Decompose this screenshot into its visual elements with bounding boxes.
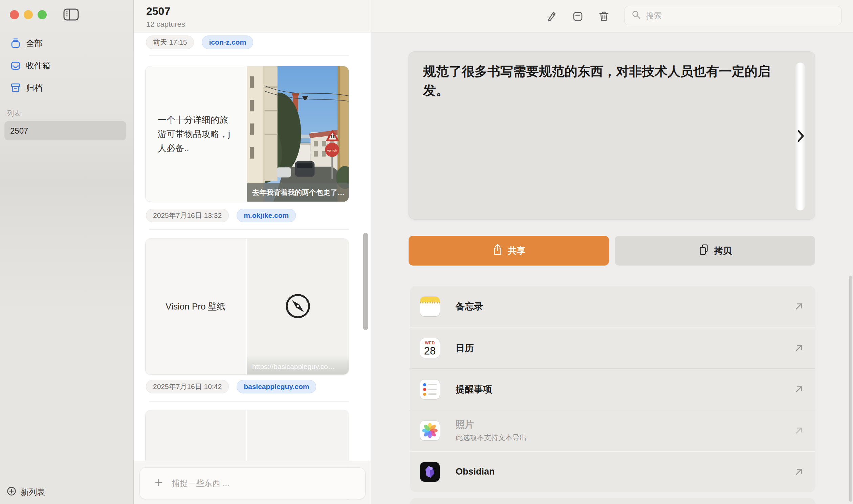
export-label: 备忘录 <box>456 300 483 312</box>
new-list-button[interactable]: 新列表 <box>7 486 45 498</box>
capture-bar <box>134 461 371 504</box>
sidebar-item-archive[interactable]: 归档 <box>0 77 133 99</box>
export-label: 日历 <box>456 342 474 354</box>
share-icon <box>492 244 503 258</box>
sidebar-nav: 全部 收件箱 归档 <box>0 32 133 99</box>
open-arrow-icon <box>794 301 804 311</box>
archive-icon <box>10 83 21 93</box>
share-button[interactable]: 共享 <box>408 236 609 266</box>
obsidian-app-icon <box>420 462 440 482</box>
sidebar-list-2507[interactable]: 2507 <box>4 121 126 140</box>
chevron-right-icon[interactable] <box>797 129 805 143</box>
lists-section-label: 列表 <box>7 109 21 118</box>
plus-icon <box>154 478 163 489</box>
window-scrollbar[interactable] <box>849 276 852 502</box>
list-divider <box>149 55 349 56</box>
capture-input[interactable] <box>172 479 348 488</box>
list-scrollbar[interactable] <box>363 233 368 330</box>
capture-card-travel[interactable]: 一个十分详细的旅游可带物品攻略，j人必备.. <box>145 66 349 202</box>
copy-icon <box>698 244 709 258</box>
note-preview-panel: 规范了很多书写需要规范的东西，对非技术人员也有一定的启发。 <box>408 51 815 219</box>
trash-icon[interactable] <box>596 9 611 24</box>
list-title: 2507 <box>146 5 371 18</box>
capture-photo-caption: 去年我背着我的两个包走了… <box>247 183 349 202</box>
action-buttons: 共享 拷贝 <box>408 236 815 266</box>
sidebar: 全部 收件箱 归档 <box>0 0 134 504</box>
svg-text:yemek: yemek <box>327 148 337 152</box>
export-row-reminders[interactable]: 提醒事项 <box>410 368 815 410</box>
minimize-window-button[interactable] <box>24 10 33 19</box>
detail-toolbar <box>371 0 853 33</box>
sidebar-item-label: 归档 <box>26 83 42 93</box>
list-divider <box>149 229 349 230</box>
open-arrow-icon <box>794 384 804 394</box>
capture-title-half: Vision Pro 壁纸 <box>145 239 247 375</box>
list-divider <box>149 401 349 401</box>
copy-button[interactable]: 拷贝 <box>615 236 815 266</box>
export-label-block: 照片 此选项不支持文本导出 <box>456 418 527 443</box>
list-header: 2507 12 captures <box>134 0 371 33</box>
sidebar-item-all[interactable]: 全部 <box>0 32 133 54</box>
capture-snippet: 一个十分详细的旅游可带物品攻略，j人必备.. <box>158 113 233 155</box>
export-row-notes[interactable]: 备忘录 <box>410 286 815 327</box>
new-list-label: 新列表 <box>21 487 45 498</box>
capture-meta-row: 2025年7月16日 10:42 basicappleguy.com <box>146 380 371 393</box>
export-row-calendar[interactable]: WED 28 日历 <box>410 327 815 368</box>
all-items-icon <box>10 38 21 49</box>
notes-app-icon <box>420 296 440 316</box>
capture-time-badge: 2025年7月16日 13:32 <box>146 209 229 222</box>
capture-domain-badge[interactable]: m.okjike.com <box>237 209 296 222</box>
safari-compass-icon <box>283 292 312 322</box>
capture-list-column: 2507 12 captures 前天 17:15 icon-z.com 一个十… <box>134 0 371 504</box>
capture-time-badge: 前天 17:15 <box>146 36 194 49</box>
capture-meta-row: 前天 17:15 icon-z.com <box>146 36 371 49</box>
app-window: 全部 收件箱 归档 <box>0 0 853 504</box>
capture-link-half: https://basicappleguy.co… <box>247 239 349 375</box>
capture-text-half: 一个十分详细的旅游可带物品攻略，j人必备.. <box>145 66 247 202</box>
capture-domain-badge[interactable]: icon-z.com <box>202 36 253 49</box>
street-photo: yemek <box>247 66 349 202</box>
capture-photo-half: yemek 去年我背着我的两个包走了… <box>247 66 349 202</box>
export-disabled-note: 此选项不支持文本导出 <box>456 433 527 443</box>
export-row-obsidian[interactable]: Obsidian <box>410 451 815 492</box>
sidebar-list-label: 2507 <box>10 126 28 136</box>
calendar-app-icon: WED 28 <box>420 338 440 358</box>
sidebar-item-label: 收件箱 <box>26 60 50 71</box>
zoom-window-button[interactable] <box>38 10 47 19</box>
capture-input-field[interactable] <box>139 467 366 499</box>
archive-box-icon[interactable] <box>570 9 585 24</box>
edit-pencil-icon[interactable] <box>544 9 559 24</box>
calendar-day: 28 <box>420 345 440 357</box>
search-input[interactable] <box>646 11 829 20</box>
capture-meta-row: 2025年7月16日 13:32 m.okjike.com <box>146 209 371 222</box>
reminders-app-icon <box>420 379 440 399</box>
circle-plus-icon <box>7 486 16 498</box>
note-text: 规范了很多书写需要规范的东西，对非技术人员也有一定的启发。 <box>423 62 781 100</box>
export-label: 照片 <box>456 418 527 431</box>
next-panel-peek <box>410 498 815 504</box>
photos-app-icon <box>420 421 440 440</box>
export-row-photos-disabled: 照片 此选项不支持文本导出 <box>410 410 815 451</box>
capture-list: 前天 17:15 icon-z.com 一个十分详细的旅游可带物品攻略，j人必备… <box>134 33 371 504</box>
close-window-button[interactable] <box>10 10 19 19</box>
detail-panel: 规范了很多书写需要规范的东西，对非技术人员也有一定的启发。 共享 <box>371 0 853 504</box>
sidebar-toggle-icon[interactable] <box>63 8 79 21</box>
open-arrow-icon <box>794 467 804 477</box>
capture-url-caption: https://basicappleguy.co… <box>247 355 349 375</box>
capture-card-visionpro[interactable]: Vision Pro 壁纸 https://basicappleguy.co… <box>145 238 349 375</box>
list-capture-count: 12 captures <box>146 20 371 29</box>
calendar-weekday: WED <box>420 341 440 345</box>
copy-label: 拷贝 <box>714 245 732 257</box>
share-label: 共享 <box>508 245 526 257</box>
capture-domain-badge[interactable]: basicappleguy.com <box>237 380 316 393</box>
sidebar-item-inbox[interactable]: 收件箱 <box>0 54 133 77</box>
open-arrow-icon <box>794 343 804 353</box>
export-options-panel: 备忘录 WED 28 日历 <box>410 286 815 492</box>
inbox-icon <box>10 60 21 71</box>
open-arrow-icon <box>794 426 804 436</box>
sidebar-item-label: 全部 <box>26 38 42 49</box>
capture-time-badge: 2025年7月16日 10:42 <box>146 380 229 393</box>
search-icon <box>631 10 641 21</box>
export-label: Obsidian <box>456 466 495 477</box>
search-field[interactable] <box>624 6 842 25</box>
